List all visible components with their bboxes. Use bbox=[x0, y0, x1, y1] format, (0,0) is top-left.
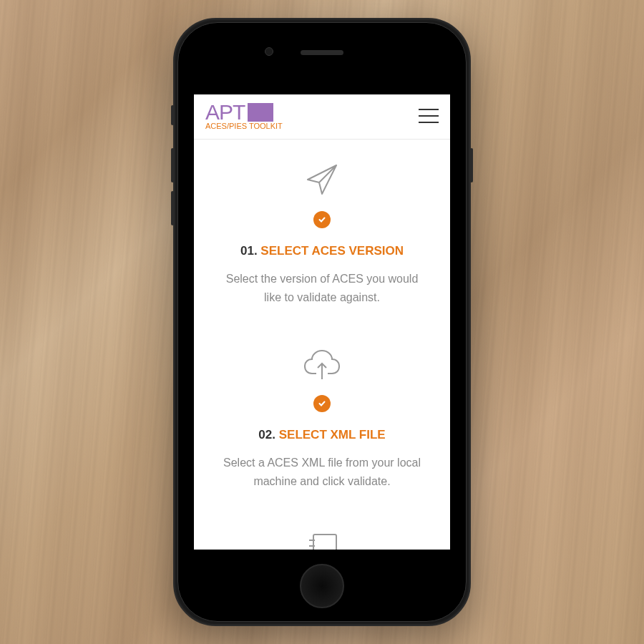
volume-down-button bbox=[171, 191, 174, 225]
step-number: 02. bbox=[258, 428, 275, 441]
step-select-version: 01. SELECT ACES VERSION Select the versi… bbox=[208, 161, 436, 306]
cloud-upload-icon bbox=[208, 349, 436, 382]
volume-up-button bbox=[171, 148, 174, 182]
step-select-file: 02. SELECT XML FILE Select a ACES XML fi… bbox=[208, 349, 436, 490]
step-label: SELECT ACES VERSION bbox=[260, 244, 404, 258]
main-content: 01. SELECT ACES VERSION Select the versi… bbox=[194, 140, 450, 550]
paper-plane-icon bbox=[208, 161, 436, 198]
logo-mark-icon bbox=[248, 103, 273, 122]
check-badge-icon bbox=[313, 395, 331, 412]
phone-earpiece bbox=[301, 50, 343, 55]
silence-switch bbox=[171, 105, 174, 125]
notebook-icon bbox=[208, 533, 436, 550]
step-label: SELECT XML FILE bbox=[279, 428, 386, 441]
check-badge-icon bbox=[313, 211, 331, 228]
step-number: 01. bbox=[240, 244, 258, 258]
hamburger-menu-icon[interactable] bbox=[419, 109, 439, 123]
phone-camera bbox=[265, 47, 273, 56]
step-results bbox=[208, 533, 436, 550]
app-screen: APT ACES/PIES TOOLKIT bbox=[194, 94, 450, 550]
step-title: 02. SELECT XML FILE bbox=[208, 428, 436, 442]
step-description: Select the version of ACES you would lik… bbox=[208, 270, 436, 306]
step-title: 01. SELECT ACES VERSION bbox=[208, 244, 436, 258]
power-button bbox=[470, 148, 473, 182]
app-logo[interactable]: APT ACES/PIES TOOLKIT bbox=[205, 102, 283, 130]
svg-rect-0 bbox=[313, 535, 336, 550]
phone-mockup: APT ACES/PIES TOOLKIT bbox=[173, 18, 471, 626]
home-button[interactable] bbox=[300, 564, 344, 608]
logo-subtitle: ACES/PIES TOOLKIT bbox=[205, 122, 283, 130]
logo-text: APT bbox=[205, 102, 245, 123]
app-header: APT ACES/PIES TOOLKIT bbox=[194, 94, 450, 140]
step-description: Select a ACES XML file from your local m… bbox=[208, 454, 436, 490]
